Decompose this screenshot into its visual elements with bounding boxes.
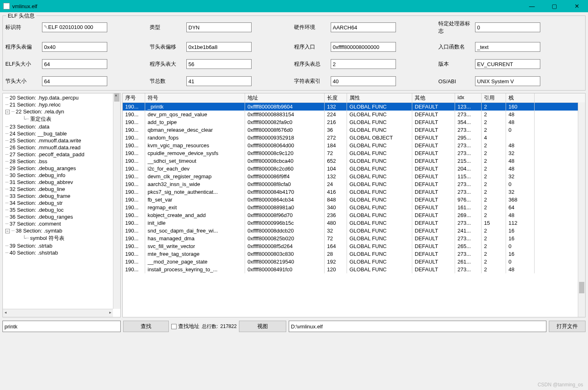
titlebar: vmlinux.elf — ▢ ✕	[0, 0, 588, 12]
table-row[interactable]: 190...__sdhci_set_timeout0xffff800008cbc…	[123, 157, 585, 165]
tree-item[interactable]: ┈ 21 Section: .hyp.reloc	[3, 101, 120, 108]
type-label: 类型	[150, 24, 186, 31]
table-row[interactable]: 190...has_managed_dma0xffff80000825b0207…	[123, 235, 585, 242]
tree-item[interactable]: ┈ 29 Section: .debug_aranges	[3, 165, 120, 172]
phoff-label: 程序头表偏	[5, 43, 42, 51]
machine-field[interactable]	[331, 22, 396, 32]
tree-item[interactable]: ┈ 25 Section: .mmuoff.data.write	[3, 137, 120, 144]
col-idx[interactable]: idx	[455, 93, 482, 102]
tree-item[interactable]: −┈ 38 Section: .symtab	[3, 227, 120, 234]
version-field[interactable]	[475, 59, 540, 69]
machine-label: 硬件环境	[294, 24, 331, 31]
shoff-field[interactable]	[186, 42, 252, 52]
osabi-label: OS/ABI	[438, 78, 475, 84]
tree-item[interactable]: ┈ 39 Section: .strtab	[3, 242, 120, 249]
path-field[interactable]	[289, 321, 546, 332]
ident-field[interactable]	[42, 22, 107, 32]
table-row[interactable]: 190...pkcs7_sig_note_authenticat...0xfff…	[123, 188, 585, 196]
table-row[interactable]: 190...mte_free_tag_storage0xffff80000803…	[123, 250, 585, 258]
tree-vscrollbar[interactable]	[113, 93, 120, 309]
tree-item[interactable]: └┈ symbol 符号表	[3, 234, 120, 242]
table-vscrollbar[interactable]	[578, 102, 585, 317]
tree-item[interactable]: ┈ 27 Section: .pecoff_edata_padd	[3, 151, 120, 158]
minimize-button[interactable]: —	[521, 0, 543, 12]
view-button[interactable]: 视图	[239, 321, 286, 332]
col-other[interactable]: 其他	[412, 93, 455, 102]
table-header[interactable]: 序号 符号 地址 长度 属性 其他 idx 引用 栈	[123, 93, 585, 103]
col-stack[interactable]: 栈	[506, 93, 535, 102]
tree-item[interactable]: ┈ 20 Section: .hyp.data..percpu	[3, 94, 120, 101]
col-seq[interactable]: 序号	[123, 93, 145, 102]
col-addr[interactable]: 地址	[245, 93, 325, 102]
close-button[interactable]: ✕	[566, 0, 588, 12]
phoff-field[interactable]	[42, 42, 107, 52]
watermark: CSDN @tanming_os	[537, 382, 583, 388]
tree-item[interactable]: −┈ 22 Section: .rela.dyn	[3, 108, 120, 115]
shstr-field[interactable]	[331, 76, 396, 86]
shsize-field[interactable]	[42, 76, 107, 86]
shoff-label: 节头表偏移	[150, 43, 186, 51]
collapse-icon[interactable]: −	[5, 229, 10, 233]
group-legend: ELF 头信息	[6, 12, 36, 20]
table-row[interactable]: 190...qbman_release_desc_clear0xffff8000…	[123, 126, 585, 134]
tree-item[interactable]: ┈ 30 Section: .debug_info	[3, 172, 120, 179]
flags-field[interactable]	[475, 22, 540, 32]
table-row[interactable]: 190...add_to_pipe0xffff8000082fa9c0216GL…	[123, 118, 585, 126]
table-row[interactable]: 190...__mod_zone_page_state0xffff8000082…	[123, 258, 585, 266]
ehsize-field[interactable]	[42, 59, 107, 69]
col-ref[interactable]: 引用	[482, 93, 506, 102]
version-label: 版本	[438, 60, 475, 68]
open-file-button[interactable]: 打开文件	[549, 321, 586, 332]
find-addr-checkbox[interactable]: 查找地址	[171, 323, 199, 330]
checkbox-icon[interactable]	[171, 324, 177, 329]
tree-item[interactable]: ┈ 24 Section: __bug_table	[3, 130, 120, 137]
symbol-table[interactable]: 序号 符号 地址 长度 属性 其他 idx 引用 栈 190..._printk…	[122, 93, 586, 317]
tree-item[interactable]: ┈ 32 Section: .debug_line	[3, 186, 120, 193]
find-button[interactable]: 查找	[123, 321, 169, 332]
table-row[interactable]: 190..._printk0xffff800008fb9604132GLOBAL…	[123, 103, 585, 111]
table-row[interactable]: 190...fb_set_var0xffff80000864cb34848GLO…	[123, 196, 585, 204]
table-row[interactable]: 190...dev_pm_qos_read_value0xffff8000088…	[123, 111, 585, 118]
search-input[interactable]	[2, 321, 121, 332]
col-sym[interactable]: 符号	[145, 93, 245, 102]
table-row[interactable]: 190...aarch32_insn_is_wide0xffff800008f8…	[123, 180, 585, 188]
table-row[interactable]: 190...init_idle0xffff80000996b15c480GLOB…	[123, 219, 585, 227]
table-row[interactable]: 190...regmap_exit0xffff8000088981a0340GL…	[123, 204, 585, 211]
elf-header-group: ELF 头信息 标识符 类型 硬件环境 特定处理器标志 程序头表偏 节头表偏移 …	[2, 16, 586, 91]
entry-field[interactable]	[331, 42, 396, 52]
tree-item[interactable]: ┈ 33 Section: .debug_frame	[3, 193, 120, 199]
table-row[interactable]: 190...devm_clk_register_regmap0xffff8000…	[123, 173, 585, 180]
tree-item[interactable]: ┈ 28 Section: .bss	[3, 158, 120, 165]
table-row[interactable]: 190...kvm_vgic_map_resources0xffff800008…	[123, 142, 585, 149]
tree-item[interactable]: └┈ 重定位表	[3, 115, 120, 123]
tree-item[interactable]: ┈ 40 Section: .shstrtab	[3, 249, 120, 256]
table-row[interactable]: 190...kobject_create_and_add0xffff800008…	[123, 211, 585, 219]
table-row[interactable]: 190...install_process_keyring_to_...0xff…	[123, 266, 585, 273]
table-row[interactable]: 190...snd_soc_dapm_dai_free_wi...0xffff8…	[123, 227, 585, 235]
tree-item[interactable]: ┈ 23 Section: .data	[3, 123, 120, 130]
table-row[interactable]: 190...cpuidle_remove_device_sysfs0xffff8…	[123, 149, 585, 157]
maximize-button[interactable]: ▢	[543, 0, 566, 12]
table-row[interactable]: 190...i2c_for_each_dev0xffff800008c2cd60…	[123, 165, 585, 173]
tree-item[interactable]: ┈ 26 Section: .mmuoff.data.read	[3, 144, 120, 151]
find-addr-label: 查找地址	[178, 323, 199, 330]
table-row[interactable]: 190...random_fops0xffff800009352918272GL…	[123, 134, 585, 142]
col-len[interactable]: 长度	[325, 93, 347, 102]
phnum-field[interactable]	[331, 59, 396, 69]
col-attr[interactable]: 属性	[347, 93, 412, 102]
osabi-field[interactable]	[475, 76, 540, 86]
phsize-field[interactable]	[186, 59, 252, 69]
tree-item[interactable]: ┈ 36 Section: .debug_ranges	[3, 213, 120, 220]
collapse-icon[interactable]: −	[5, 110, 10, 114]
type-field[interactable]	[186, 22, 252, 32]
tree-item[interactable]: ┈ 34 Section: .debug_str	[3, 199, 120, 206]
section-tree[interactable]: ┈ 20 Section: .hyp.data..percpu┈ 21 Sect…	[2, 93, 121, 317]
tree-item[interactable]: ┈ 31 Section: .debug_abbrev	[3, 179, 120, 186]
tree-item[interactable]: ┈ 37 Section: .comment	[3, 220, 120, 227]
entryfn-field[interactable]	[475, 42, 540, 52]
tree-item[interactable]: ┈ 35 Section: .debug_loc	[3, 206, 120, 213]
shnum-field[interactable]	[186, 76, 252, 86]
phnum-label: 程序头表总	[294, 60, 331, 68]
table-row[interactable]: 190...svc_fill_write_vector0xffff800008f…	[123, 242, 585, 250]
tree-hscrollbar[interactable]: ◂▸	[3, 309, 113, 317]
